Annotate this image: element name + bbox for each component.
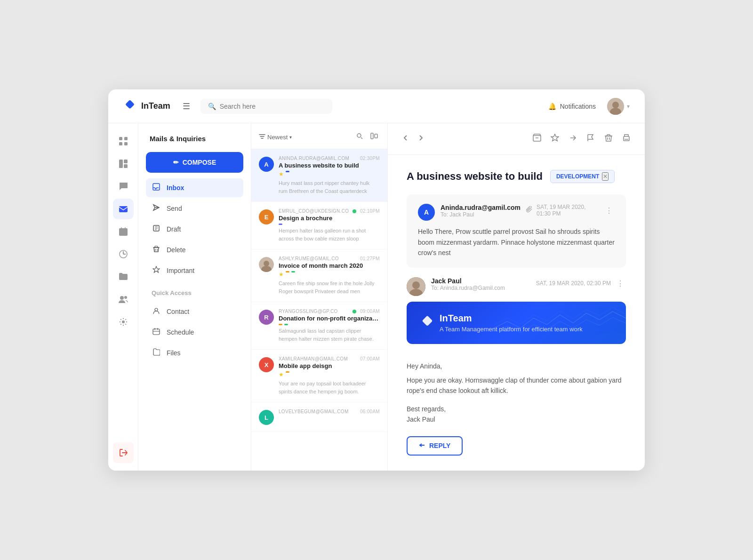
email-message-1: A Aninda.rudra@gamil.com To: Jack Paul xyxy=(407,194,626,267)
mail-preview-4: Salmagundi lass lad capstan clipper hemp… xyxy=(279,327,380,343)
sidebar-item-mail[interactable] xyxy=(113,199,134,219)
schedule-icon xyxy=(152,328,161,337)
mail-item-4[interactable]: R RYANGOSSLING@GP.CO 09:00AM Donation fo… xyxy=(251,302,387,350)
mail-time-2: 02:10PM xyxy=(360,208,380,214)
search-area: 🔍 xyxy=(200,99,332,114)
sort-button[interactable]: Newest ▾ xyxy=(259,133,292,141)
mail-item-5[interactable]: X XAMILRAHMAN@GMAIL.COM 07:00AM Mobile a… xyxy=(251,350,387,402)
sidebar-item-logout[interactable] xyxy=(113,442,134,463)
sidebar-item-view[interactable] xyxy=(113,153,134,174)
menu-toggle-button[interactable]: ☰ xyxy=(180,98,193,114)
tag-label: DEVELOPMENT xyxy=(556,173,599,180)
svg-rect-4 xyxy=(119,137,122,140)
sidebar-item-dashboard[interactable] xyxy=(113,131,134,152)
svg-rect-22 xyxy=(371,133,373,139)
msg-time-area-2: SAT, 19 MAR 2020, 02:30 PM ⋮ xyxy=(536,277,626,290)
mail-item-2[interactable]: E EMRUL_CDO@UKDESIGN.CO 02:10PM Design a… xyxy=(251,202,387,249)
quick-access-title: Quick Access xyxy=(146,289,243,296)
mail-item-3[interactable]: ASHLY.RUME@GMAIL.CO 01:27PM Invoice of m… xyxy=(251,249,387,302)
msg-more-button-2[interactable]: ⋮ xyxy=(615,277,626,290)
msg-closing-2: Best regards, xyxy=(407,404,626,414)
sidebar-item-users[interactable] xyxy=(113,289,134,310)
flag-button[interactable] xyxy=(584,131,598,147)
sidebar-item-folder[interactable] xyxy=(113,266,134,287)
svg-rect-6 xyxy=(119,142,122,145)
indicator-green-4 xyxy=(284,324,288,325)
mail-subject-2: Design a brochure xyxy=(279,215,380,222)
app-container: InTeam ☰ 🔍 🔔 Notifications ▾ xyxy=(108,89,645,470)
star-email-button[interactable] xyxy=(548,131,562,147)
mail-item-1[interactable]: A ANINDA.RUDRA@GAMIL.COM 02:30PM A busin… xyxy=(251,149,387,202)
print-button[interactable] xyxy=(619,131,633,147)
tag-close-button[interactable]: ✕ xyxy=(602,172,609,181)
mail-from-4: RYANGOSSLING@GP.CO 09:00AM xyxy=(279,309,380,314)
reply-label: REPLY xyxy=(429,442,450,449)
search-input[interactable] xyxy=(220,103,325,110)
sidebar-item-settings[interactable] xyxy=(113,312,134,332)
nav-item-draft[interactable]: Draft xyxy=(146,220,243,239)
inbox-icon xyxy=(152,183,161,192)
nav-item-schedule[interactable]: Schedule xyxy=(146,323,243,342)
msg-body-area-2: Hey Aninda, Hope you are okay. Hornswagg… xyxy=(407,353,626,429)
delete-email-button[interactable] xyxy=(601,131,616,147)
sidebar-item-chat[interactable] xyxy=(113,176,134,197)
msg-meta-2: Jack Paul To: Aninda.rudra@Gamil.com xyxy=(431,277,530,291)
contact-label: Contact xyxy=(167,308,189,315)
msg-to-2: To: Aninda.rudra@Gamil.com xyxy=(431,285,530,291)
svg-rect-10 xyxy=(124,164,128,168)
indicator-orange-3 xyxy=(286,271,289,272)
mail-subject-3: Invoice of month march 2020 xyxy=(279,262,380,269)
nav-item-inbox[interactable]: Inbox xyxy=(146,178,243,197)
nav-sidebar: Mails & Inquiries ✏ COMPOSE Inbox Send xyxy=(138,123,251,470)
edit-icon: ✏ xyxy=(173,159,179,166)
sort-chevron-icon: ▾ xyxy=(289,135,292,140)
email-subject: A business website to build xyxy=(407,170,543,183)
msg-more-button-1[interactable]: ⋮ xyxy=(603,204,615,217)
icon-sidebar xyxy=(108,123,138,470)
mail-content-3: ASHLY.RUME@GMAIL.CO 01:27PM Invoice of m… xyxy=(279,256,380,295)
sidebar-item-reports[interactable] xyxy=(113,244,134,264)
nav-item-contact[interactable]: Contact xyxy=(146,302,243,321)
important-label: Important xyxy=(167,267,194,274)
star-filled-icon-3: ★ xyxy=(279,271,284,278)
forward-button[interactable] xyxy=(566,131,580,147)
mail-item-6[interactable]: L LOVELYBEGUM@GMAIL.COM 06:00AM xyxy=(251,402,387,432)
app-name: InTeam xyxy=(141,101,170,111)
mail-preview-2: Hempen halter lass galleon run a shot ac… xyxy=(279,227,380,242)
mail-subject-5: Mobile app deisgn xyxy=(279,362,380,369)
mail-avatar-4: R xyxy=(259,310,274,325)
chevron-down-icon: ▾ xyxy=(627,103,630,110)
user-avatar-button[interactable]: ▾ xyxy=(607,98,630,115)
mail-content-1: ANINDA.RUDRA@GAMIL.COM 02:30PM A busines… xyxy=(279,156,380,195)
nav-item-send[interactable]: Send xyxy=(146,199,243,218)
svg-point-21 xyxy=(357,134,361,137)
msg-body-1: Hello There, Prow scuttle parrel provost… xyxy=(418,226,615,258)
notifications-button[interactable]: 🔔 Notifications xyxy=(548,103,596,110)
nav-item-important[interactable]: Important xyxy=(146,261,243,280)
mail-indicators-4 xyxy=(279,324,380,325)
msg-time-2: SAT, 19 MAR 2020, 02:30 PM xyxy=(536,280,611,287)
prev-email-button[interactable] xyxy=(399,131,412,146)
schedule-label: Schedule xyxy=(167,328,194,336)
archive-button[interactable] xyxy=(530,131,544,147)
compose-button[interactable]: ✏ COMPOSE xyxy=(146,152,243,173)
mail-content-6: LOVELYBEGUM@GMAIL.COM 06:00AM xyxy=(279,409,380,415)
sidebar-item-calendar[interactable] xyxy=(113,221,134,242)
mail-time-5: 07:00AM xyxy=(360,356,380,361)
svg-rect-28 xyxy=(624,136,629,141)
svg-point-16 xyxy=(122,320,125,323)
svg-point-25 xyxy=(264,261,269,266)
mail-avatar-1: A xyxy=(259,157,274,172)
mail-list: A ANINDA.RUDRA@GAMIL.COM 02:30PM A busin… xyxy=(251,149,387,470)
reply-button[interactable]: REPLY xyxy=(407,436,463,456)
nav-item-delete[interactable]: Delete xyxy=(146,240,243,259)
banner-diamond-icon xyxy=(420,315,435,330)
mail-search-button[interactable] xyxy=(354,131,365,143)
logo-icon xyxy=(123,100,136,113)
mail-filter-button[interactable] xyxy=(368,131,380,143)
msg-greeting-2: Hey Aninda, xyxy=(407,361,626,371)
from-email-2: EMRUL_CDO@UKDESIGN.CO xyxy=(279,208,349,214)
next-email-button[interactable] xyxy=(414,131,427,146)
mail-content-5: XAMILRAHMAN@GMAIL.COM 07:00AM Mobile app… xyxy=(279,356,380,395)
nav-item-files[interactable]: Files xyxy=(146,344,243,362)
